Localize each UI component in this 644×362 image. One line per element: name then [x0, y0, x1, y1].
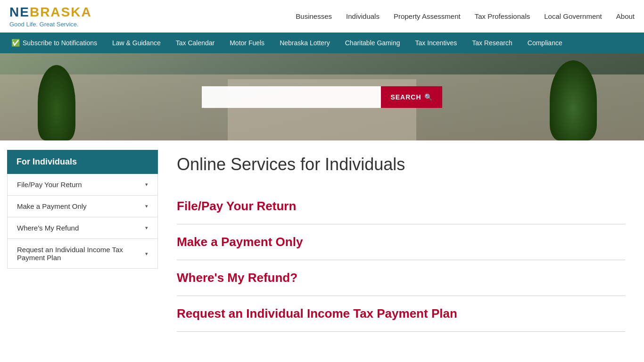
nav-individuals[interactable]: Individuals: [346, 12, 380, 20]
nav-businesses[interactable]: Businesses: [296, 12, 332, 20]
sec-nav-law-guidance[interactable]: Law & Guidance: [106, 33, 167, 53]
page-title: Online Services for Individuals: [177, 155, 625, 174]
top-nav: NEBRASKA Good Life. Great Service. Busin…: [0, 0, 644, 33]
hero-search-bar: SEARCH 🔍: [202, 86, 442, 108]
logo-ne: NE: [9, 5, 30, 19]
service-link-make-payment[interactable]: Make a Payment Only: [177, 224, 625, 260]
sidebar-item-file-pay[interactable]: File/Pay Your Return ▾: [8, 174, 157, 196]
secondary-nav: ✅ Subscribe to Notifications Law & Guida…: [0, 33, 644, 53]
sec-nav-tax-calendar[interactable]: Tax Calendar: [169, 33, 222, 53]
sec-nav-charitable-gaming[interactable]: Charitable Gaming: [339, 33, 407, 53]
sec-nav-subscribe[interactable]: ✅ Subscribe to Notifications: [5, 33, 104, 53]
logo-tagline: Good Life. Great Service.: [9, 21, 92, 28]
nav-property-assessment[interactable]: Property Assessment: [394, 12, 461, 20]
hero-banner: SEARCH 🔍: [0, 53, 644, 140]
nav-tax-professionals[interactable]: Tax Professionals: [475, 12, 530, 20]
service-link-payment-plan[interactable]: Request an Individual Income Tax Payment…: [177, 296, 625, 332]
chevron-down-icon: ▾: [145, 181, 148, 188]
chevron-down-icon: ▾: [145, 203, 148, 209]
main-content: For Individuals File/Pay Your Return ▾ M…: [0, 140, 644, 351]
nav-local-government[interactable]: Local Government: [544, 12, 602, 20]
checkmark-circle-icon: ✅: [11, 39, 20, 47]
sec-nav-compliance[interactable]: Compliance: [521, 33, 569, 53]
sec-nav-motor-fuels[interactable]: Motor Fuels: [223, 33, 271, 53]
sidebar-item-payment-plan[interactable]: Request an Individual Income Tax Payment…: [8, 239, 157, 268]
chevron-down-icon: ▾: [145, 251, 148, 257]
hero-tree-left: [38, 65, 75, 140]
sidebar-item-make-payment[interactable]: Make a Payment Only ▾: [8, 196, 157, 217]
sec-nav-nebraska-lottery[interactable]: Nebraska Lottery: [273, 33, 337, 53]
search-input[interactable]: [202, 86, 381, 108]
nav-about[interactable]: About: [616, 12, 635, 20]
right-content: Online Services for Individuals File/Pay…: [158, 140, 644, 351]
chevron-down-icon: ▾: [145, 225, 148, 231]
search-button[interactable]: SEARCH 🔍: [381, 86, 442, 108]
sidebar-item-wheres-refund[interactable]: Where's My Refund ▾: [8, 217, 157, 239]
search-icon: 🔍: [424, 93, 433, 101]
logo-braska: BRASKA: [30, 5, 92, 19]
sidebar: For Individuals File/Pay Your Return ▾ M…: [0, 140, 158, 351]
service-link-wheres-refund[interactable]: Where's My Refund?: [177, 260, 625, 296]
logo: NEBRASKA Good Life. Great Service.: [9, 5, 92, 28]
service-link-file-pay[interactable]: File/Pay Your Return: [177, 189, 625, 224]
sec-nav-tax-incentives[interactable]: Tax Incentives: [408, 33, 463, 53]
main-navigation: Businesses Individuals Property Assessme…: [296, 12, 635, 20]
sidebar-header: For Individuals: [7, 150, 158, 174]
hero-tree-right: [550, 60, 597, 140]
sidebar-menu: File/Pay Your Return ▾ Make a Payment On…: [7, 174, 158, 269]
sec-nav-tax-research[interactable]: Tax Research: [465, 33, 519, 53]
